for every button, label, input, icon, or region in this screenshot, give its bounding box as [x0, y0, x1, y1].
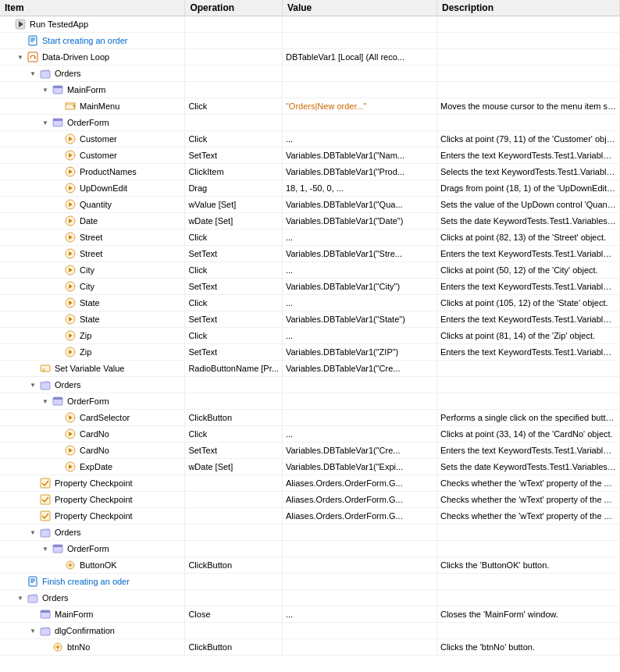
operation-cell: ClickItem — [185, 164, 283, 180]
svg-rect-8 — [41, 71, 50, 78]
value-cell — [282, 393, 436, 410]
description-cell — [436, 541, 619, 557]
table-row[interactable]: State SetTextVariables.DBTableVar1("Stat… — [0, 311, 620, 328]
svg-rect-48 — [53, 397, 62, 400]
description-cell — [436, 524, 619, 541]
table-row[interactable]: ProductNames ClickItemVariables.DBTableV… — [0, 164, 620, 180]
item-cell: Finish creating an oder — [0, 574, 185, 590]
description-cell — [436, 33, 619, 49]
operation-cell: ClickButton — [185, 557, 283, 574]
table-row[interactable]: MainForm Close...Closes the 'MainForm' w… — [0, 606, 620, 623]
table-row[interactable]: City SetTextVariables.DBTableVar1("City"… — [0, 279, 620, 295]
operation-cell — [185, 393, 283, 410]
operation-cell: Close — [185, 606, 283, 623]
operation-cell — [185, 492, 283, 508]
item-cell: Customer — [0, 148, 185, 164]
action-icon — [64, 444, 77, 457]
table-row[interactable]: Property Checkpoint Aliases.Orders.Order… — [0, 508, 620, 524]
item-label: OrderForm — [67, 396, 109, 406]
table-row[interactable]: Street SetTextVariables.DBTableVar1("Str… — [0, 246, 620, 262]
action-icon — [64, 231, 77, 244]
table-row[interactable]: Orders — [0, 377, 620, 393]
value-cell — [282, 16, 436, 33]
item-cell: dlgConfirmation — [0, 623, 185, 639]
table-row[interactable]: Start creating an order — [0, 33, 620, 49]
table-row[interactable]: MainMenu Click"Orders|New order..."Moves… — [0, 98, 620, 115]
value-cell — [282, 377, 436, 393]
item-cell: MainMenu — [0, 98, 185, 115]
item-cell: Zip — [0, 328, 185, 344]
table-row[interactable]: OrderForm — [0, 541, 620, 557]
item-label: Start creating an order — [42, 36, 127, 45]
table-row[interactable]: Property Checkpoint Aliases.Orders.Order… — [0, 475, 620, 492]
header-value: Value — [282, 0, 436, 16]
table-row[interactable]: Finish creating an oder — [0, 574, 620, 590]
svg-text:x: x — [41, 366, 45, 373]
table-row[interactable]: UpDownEdit Drag18, 1, -50, 0, ...Drags f… — [0, 180, 620, 197]
table-row[interactable]: State Click...Clicks at point (105, 12) … — [0, 295, 620, 311]
table-row[interactable]: Orders — [0, 66, 620, 82]
operation-cell: Click — [185, 98, 283, 115]
value-cell: ... — [282, 131, 436, 148]
header-operation: Operation — [185, 0, 283, 16]
item-cell: ExpDate — [0, 459, 185, 475]
table-row[interactable]: Run TestedApp — [0, 16, 620, 33]
item-label: Customer — [80, 134, 117, 144]
description-cell — [436, 574, 619, 590]
value-cell: Variables.DBTableVar1("Date") — [282, 213, 436, 229]
description-cell: Enters the text KeywordTests.Test1.Varia… — [436, 443, 619, 459]
item-label: Zip — [80, 331, 91, 340]
table-row[interactable]: Street Click...Clicks at point (82, 13) … — [0, 229, 620, 246]
description-cell: Sets the date KeywordTests.Test1.Variabl… — [436, 459, 619, 475]
item-cell: Street — [0, 246, 185, 262]
item-label: MainForm — [55, 610, 94, 619]
table-row[interactable]: CardSelector ClickButtonPerforms a singl… — [0, 410, 620, 426]
table-row[interactable]: Data-Driven Loop DBTableVar1 [Local] (Al… — [0, 49, 620, 66]
item-cell: State — [0, 295, 185, 311]
table-row[interactable]: Date wDate [Set]Variables.DBTableVar1("D… — [0, 213, 620, 229]
table-row[interactable]: Orders — [0, 524, 620, 541]
operation-cell: SetText — [185, 311, 283, 328]
description-cell: Sets the date KeywordTests.Test1.Variabl… — [436, 213, 619, 229]
table-row[interactable]: Quantity wValue [Set]Variables.DBTableVa… — [0, 197, 620, 213]
item-label: MainForm — [67, 85, 106, 94]
table-row[interactable]: Zip Click...Clicks at point (81, 14) of … — [0, 328, 620, 344]
checkpoint-icon — [39, 493, 52, 506]
item-cell: City — [0, 279, 185, 295]
item-cell: btnNo — [0, 639, 185, 656]
value-cell: Variables.DBTableVar1("Nam... — [282, 148, 436, 164]
table-row[interactable]: ExpDate wDate [Set]Variables.DBTableVar1… — [0, 459, 620, 475]
table-row[interactable]: Orders — [0, 590, 620, 606]
table-row[interactable]: ButtonOK ClickButtonClicks the 'ButtonOK… — [0, 557, 620, 574]
table-row[interactable]: Zip SetTextVariables.DBTableVar1("ZIP")E… — [0, 344, 620, 361]
item-label: dlgConfirmation — [55, 626, 115, 635]
value-cell — [282, 623, 436, 639]
description-cell: Enters the text KeywordTests.Test1.Varia… — [436, 311, 619, 328]
item-label: State — [80, 298, 100, 308]
operation-cell — [185, 574, 283, 590]
item-label: Quantity — [80, 200, 112, 209]
checkpoint-icon — [39, 477, 52, 489]
table-row[interactable]: MainForm — [0, 82, 620, 98]
table-row[interactable]: dlgConfirmation — [0, 623, 620, 639]
table-row[interactable]: Customer SetTextVariables.DBTableVar1("N… — [0, 148, 620, 164]
table-row[interactable]: CardNo SetTextVariables.DBTableVar1("Cre… — [0, 443, 620, 459]
table-row[interactable]: OrderForm — [0, 393, 620, 410]
item-label: ProductNames — [80, 167, 137, 176]
table-row[interactable]: City Click...Clicks at point (50, 12) of… — [0, 262, 620, 279]
description-cell: Clicks at point (81, 14) of the 'Zip' ob… — [436, 328, 619, 344]
description-cell: Clicks at point (33, 14) of the 'CardNo'… — [436, 426, 619, 443]
table-row[interactable]: CardNo Click...Clicks at point (33, 14) … — [0, 426, 620, 443]
table-row[interactable]: Property Checkpoint Aliases.Orders.Order… — [0, 492, 620, 508]
folder-icon — [27, 592, 39, 604]
svg-rect-15 — [53, 119, 62, 121]
svg-rect-62 — [53, 545, 62, 547]
table-row[interactable]: btnNo ClickButtonClicks the 'btnNo' butt… — [0, 639, 620, 656]
operation-cell: Click — [185, 131, 283, 148]
table-row[interactable]: x Set Variable Value RadioButtonName [Pr… — [0, 361, 620, 377]
action-icon — [64, 215, 77, 227]
value-cell: Variables.DBTableVar1("Qua... — [282, 197, 436, 213]
table-row[interactable]: OrderForm — [0, 115, 620, 131]
table-row[interactable]: Customer Click...Clicks at point (79, 11… — [0, 131, 620, 148]
item-cell: Orders — [0, 377, 185, 393]
